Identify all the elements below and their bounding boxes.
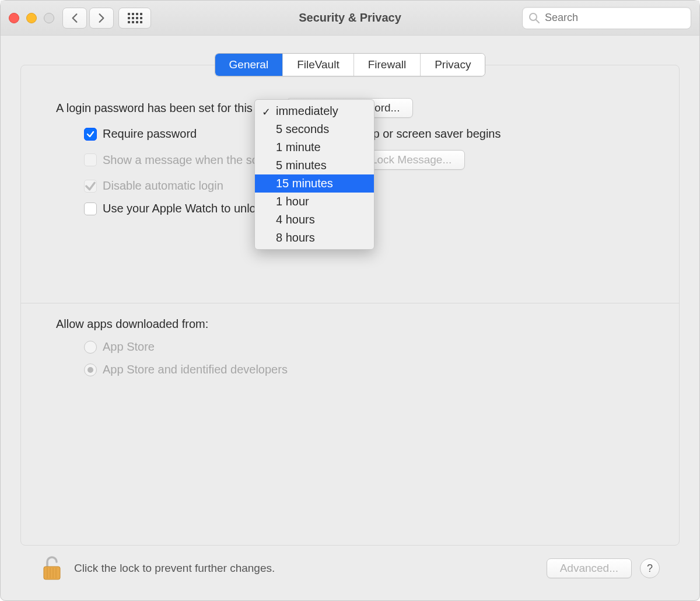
tab-privacy[interactable]: Privacy [421,54,485,76]
window-controls [9,13,54,23]
search-input[interactable] [545,12,685,24]
dropdown-option-5-seconds[interactable]: 5 seconds [255,120,374,138]
dropdown-option-immediately[interactable]: ✓ immediately [255,102,374,120]
svg-line-1 [536,20,539,23]
login-password-text: A login password has been set for this u… [56,102,278,115]
back-button[interactable] [62,8,87,29]
require-password-delay-dropdown[interactable]: ✓ immediately 5 seconds 1 minute 5 minut… [254,99,374,250]
tab-filevault[interactable]: FileVault [283,54,354,76]
show-message-checkbox [84,153,97,166]
unlocked-lock-icon[interactable] [40,555,64,582]
lock-hint-text: Click the lock to prevent further change… [74,562,275,575]
search-icon [528,12,540,24]
tab-firewall[interactable]: Firewall [354,54,421,76]
checkmark-icon [85,180,96,192]
advanced-button[interactable]: Advanced... [547,558,632,578]
dropdown-option-8-hours[interactable]: 8 hours [255,229,374,247]
search-field[interactable] [522,7,691,29]
show-all-button[interactable] [118,8,151,29]
allow-apps-label: Allow apps downloaded from: [56,317,644,331]
divider [21,303,679,303]
content-area: General FileVault Firewall Privacy A log… [1,36,699,600]
apple-watch-checkbox[interactable] [84,202,97,215]
disable-auto-login-checkbox [84,180,97,193]
forward-button[interactable] [89,8,114,29]
dropdown-option-5-minutes[interactable]: 5 minutes [255,156,374,174]
svg-point-0 [530,13,537,20]
minimize-window-button[interactable] [26,13,37,23]
disable-auto-login-label: Disable automatic login [103,179,223,193]
general-panel: A login password has been set for this u… [20,65,680,546]
radio-app-store [84,341,97,354]
grid-icon [128,13,142,23]
checkmark-icon [86,130,94,138]
maximize-window-button[interactable] [44,13,54,23]
require-password-label: Require password [103,127,197,141]
svg-rect-2 [44,567,60,579]
titlebar: Security & Privacy [1,1,699,36]
chevron-left-icon [71,13,79,23]
require-password-checkbox[interactable] [84,128,97,141]
checkmark-icon: ✓ [262,106,271,118]
help-button[interactable]: ? [640,558,660,578]
radio-identified-row: App Store and identified developers [56,363,644,376]
dropdown-option-1-minute[interactable]: 1 minute [255,138,374,156]
tab-bar: General FileVault Firewall Privacy [215,53,486,76]
radio-identified-developers [84,364,97,376]
dropdown-option-1-hour[interactable]: 1 hour [255,193,374,211]
radio-app-store-row: App Store [56,340,644,354]
footer: Click the lock to prevent further change… [20,546,680,591]
radio-app-store-label: App Store [103,340,155,354]
chevron-right-icon [97,13,106,23]
radio-identified-label: App Store and identified developers [103,363,288,376]
dropdown-option-15-minutes[interactable]: 15 minutes [255,174,374,193]
dropdown-option-4-hours[interactable]: 4 hours [255,211,374,229]
close-window-button[interactable] [9,13,19,23]
preferences-window: Security & Privacy General FileVault Fir… [0,0,700,601]
tab-general[interactable]: General [215,54,284,76]
